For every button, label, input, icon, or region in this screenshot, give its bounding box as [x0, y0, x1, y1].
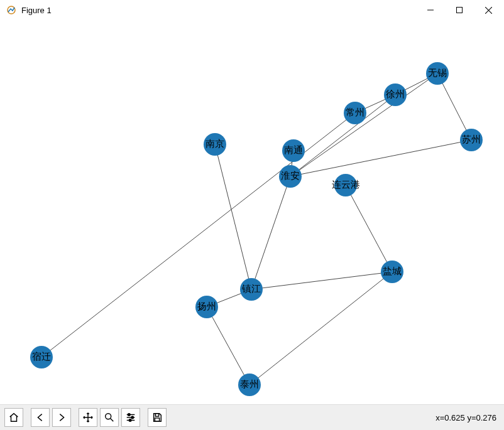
graph-edge — [290, 73, 437, 176]
figure-icon — [5, 4, 18, 16]
matplotlib-toolbar: x=0.625 y=0.276 — [0, 404, 504, 430]
graph-node-label: 泰州 — [240, 379, 259, 389]
svg-point-10 — [131, 416, 134, 419]
graph-node-label: 宿迁 — [32, 351, 51, 362]
svg-rect-13 — [155, 414, 158, 417]
plot-canvas[interactable]: 无锡徐州常州苏州南京南通淮安连云港盐城镇江扬州宿迁泰州 — [0, 20, 504, 404]
graph-edge — [290, 95, 395, 176]
svg-point-5 — [106, 414, 111, 419]
back-button[interactable] — [31, 408, 50, 427]
graph-edge — [251, 272, 392, 289]
graph-node-label: 南通 — [284, 144, 303, 155]
graph-edge — [249, 272, 392, 385]
pan-button[interactable] — [79, 408, 97, 427]
graph-node-label: 无锡 — [428, 67, 447, 78]
graph-node-label: 扬州 — [197, 301, 216, 311]
graph-edge — [290, 140, 471, 176]
svg-point-12 — [129, 419, 131, 422]
graph-node-label: 盐城 — [383, 266, 402, 276]
graph-node-label: 徐州 — [386, 89, 405, 99]
graph-edge — [215, 144, 251, 289]
zoom-button[interactable] — [100, 408, 119, 427]
figure-window: Figure 1 无锡徐州常州苏州南京南通淮安连云港盐城镇江扬州宿迁泰州 — [0, 0, 504, 430]
graph-edge — [346, 185, 392, 272]
svg-point-8 — [128, 414, 131, 416]
graph-node-label: 镇江 — [241, 283, 261, 294]
graph-node-label: 苏州 — [462, 134, 481, 144]
graph-edge — [41, 113, 355, 357]
graph-edge — [207, 307, 249, 385]
graph-node-label: 连云港 — [332, 179, 360, 190]
home-button[interactable] — [4, 408, 23, 427]
network-graph: 无锡徐州常州苏州南京南通淮安连云港盐城镇江扬州宿迁泰州 — [0, 20, 504, 404]
graph-node-label: 南京 — [205, 138, 224, 149]
close-button[interactable] — [474, 0, 503, 20]
minimize-button[interactable] — [416, 0, 445, 20]
configure-button[interactable] — [121, 408, 140, 427]
forward-button[interactable] — [52, 408, 71, 427]
titlebar: Figure 1 — [0, 0, 504, 20]
cursor-coordinates: x=0.625 y=0.276 — [436, 413, 496, 422]
graph-node-label: 常州 — [346, 107, 364, 117]
window-title: Figure 1 — [21, 6, 52, 15]
graph-node-label: 淮安 — [281, 170, 300, 181]
svg-rect-2 — [457, 8, 463, 13]
graph-edge — [251, 176, 290, 289]
maximize-button[interactable] — [445, 0, 474, 20]
svg-line-6 — [111, 419, 114, 422]
save-button[interactable] — [148, 408, 167, 427]
svg-rect-14 — [155, 418, 159, 421]
